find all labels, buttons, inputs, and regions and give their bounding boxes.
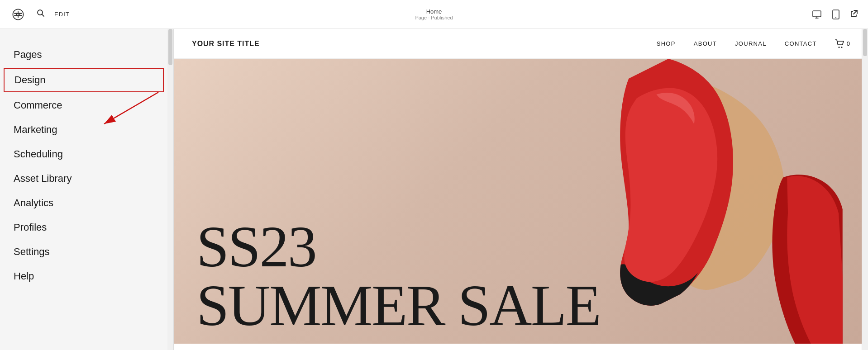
toolbar-right (812, 9, 859, 20)
mobile-view-button[interactable] (831, 9, 841, 19)
page-info: Home Page · Published (415, 8, 453, 20)
svg-rect-0 (14, 13, 22, 14)
nav-link-journal[interactable]: JOURNAL (735, 40, 767, 47)
left-scrollbar[interactable] (167, 29, 174, 350)
hero-text: SS23 SUMMER SALE (196, 217, 600, 335)
sidebar-item-pages[interactable]: Pages (0, 43, 167, 67)
squarespace-logo[interactable] (9, 5, 27, 24)
sidebar-item-help[interactable]: Help (0, 264, 167, 289)
search-button[interactable] (36, 9, 45, 20)
external-link-button[interactable] (850, 9, 859, 20)
sidebar-item-settings[interactable]: Settings (0, 240, 167, 264)
hero-headline-ss23: SS23 (196, 217, 600, 276)
svg-point-8 (835, 17, 836, 18)
right-scrollbar[interactable] (862, 29, 868, 350)
site-nav-links: SHOP ABOUT JOURNAL CONTACT 0 (657, 39, 850, 48)
svg-rect-1 (14, 15, 22, 16)
sidebar-item-asset-library[interactable]: Asset Library (0, 166, 167, 191)
sidebar-item-design[interactable]: Design (4, 68, 164, 92)
hero-headline-summer-sale: SUMMER SALE (196, 276, 600, 335)
sidebar-item-analytics[interactable]: Analytics (0, 191, 167, 215)
svg-point-12 (838, 47, 839, 48)
hero-section: SS23 SUMMER SALE (174, 59, 868, 344)
nav-link-shop[interactable]: SHOP (657, 40, 676, 47)
left-scroll-thumb[interactable] (168, 29, 172, 65)
svg-rect-4 (813, 11, 821, 17)
site-title: YOUR SITE TITLE (192, 40, 260, 48)
svg-point-13 (841, 47, 842, 48)
main-area: Pages Design Commerce Marketing Scheduli… (0, 29, 868, 350)
cart-count: 0 (847, 40, 850, 47)
edit-button[interactable]: EDIT (54, 11, 70, 18)
page-status: Page · Published (415, 15, 453, 20)
svg-line-9 (854, 10, 857, 14)
sidebar-item-scheduling[interactable]: Scheduling (0, 142, 167, 166)
toolbar: EDIT Home Page · Published (0, 0, 868, 29)
desktop-view-button[interactable] (812, 9, 822, 19)
right-scroll-thumb[interactable] (863, 29, 867, 56)
cart-icon-button[interactable]: 0 (835, 39, 850, 48)
nav-link-contact[interactable]: CONTACT (785, 40, 817, 47)
website-preview: YOUR SITE TITLE SHOP ABOUT JOURNAL CONTA… (174, 29, 868, 350)
page-name: Home (415, 8, 453, 15)
site-nav: YOUR SITE TITLE SHOP ABOUT JOURNAL CONTA… (174, 29, 868, 59)
sidebar-item-profiles[interactable]: Profiles (0, 215, 167, 240)
svg-line-3 (42, 14, 44, 17)
sidebar-item-commerce[interactable]: Commerce (0, 93, 167, 118)
sidebar-item-marketing[interactable]: Marketing (0, 118, 167, 142)
sidebar: Pages Design Commerce Marketing Scheduli… (0, 29, 167, 350)
preview-area: YOUR SITE TITLE SHOP ABOUT JOURNAL CONTA… (167, 29, 868, 350)
nav-link-about[interactable]: ABOUT (694, 40, 717, 47)
